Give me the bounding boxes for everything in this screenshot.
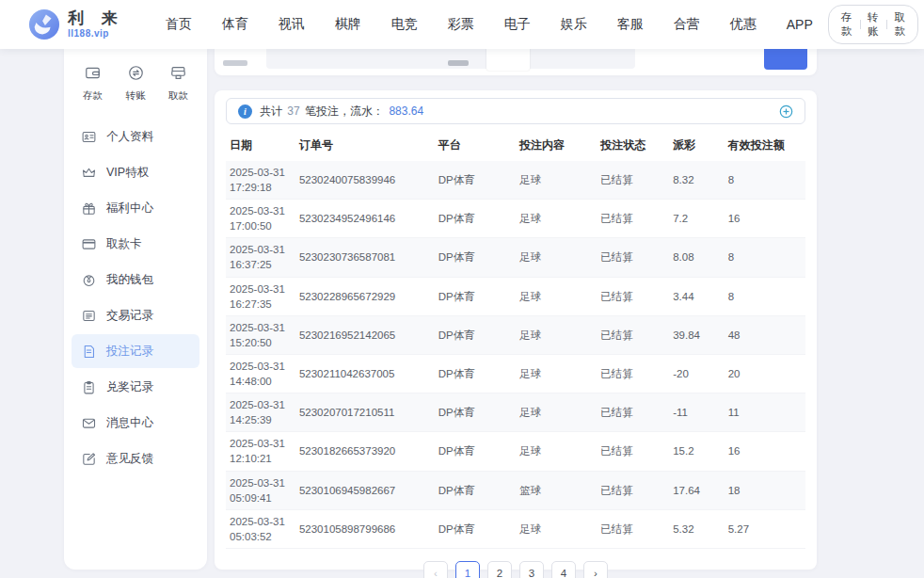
cell-date: 2025-03-31 14:25:39 xyxy=(226,393,295,432)
cell-order: 5230182665373920 xyxy=(295,432,435,471)
cell-platform: DP体育 xyxy=(435,354,516,393)
date-range-tabs[interactable] xyxy=(475,49,635,69)
pill-divider xyxy=(886,20,887,29)
nav-item[interactable]: 娱乐 xyxy=(546,16,602,33)
nav-item[interactable]: 电竞 xyxy=(376,16,433,33)
column-header: 订单号 xyxy=(295,130,435,161)
nav-item[interactable]: 客服 xyxy=(602,16,659,33)
table-row: 2025-03-31 17:00:505230234952496146DP体育足… xyxy=(226,200,805,238)
brand-logo-icon xyxy=(28,8,60,40)
cell-order: 5230211042637005 xyxy=(295,354,435,393)
nav-item[interactable]: 体育 xyxy=(207,16,263,33)
sidebar-item-label: 兑奖记录 xyxy=(106,379,153,395)
quick-action-取款[interactable]: 取款 xyxy=(168,64,188,103)
nav-item[interactable]: APP xyxy=(772,17,828,32)
cell-valid: 18 xyxy=(725,471,805,509)
cell-content: 足球 xyxy=(516,238,597,277)
sidebar-item[interactable]: VIP特权 xyxy=(72,155,199,189)
nav-item[interactable]: 电子 xyxy=(489,16,546,33)
column-header: 有效投注额 xyxy=(725,130,805,161)
table-row: 2025-03-31 12:10:215230182665373920DP体育足… xyxy=(226,432,805,471)
column-header: 派彩 xyxy=(669,130,725,161)
nav-item[interactable]: 棋牌 xyxy=(320,16,376,33)
quick-action-label: 转账 xyxy=(126,89,146,103)
sidebar-item[interactable]: 兑奖记录 xyxy=(72,370,199,404)
cell-content: 篮球 xyxy=(516,471,597,509)
table-header-row: 日期订单号平台投注内容投注状态派彩有效投注额 xyxy=(226,130,805,161)
cell-order: 5230230736587081 xyxy=(295,238,435,277)
pill-action[interactable]: 转账 xyxy=(868,10,879,39)
pagination-prev-button[interactable]: ‹ xyxy=(423,561,448,578)
cell-valid: 8 xyxy=(725,161,805,200)
sidebar-item[interactable]: 我的钱包 xyxy=(72,263,199,297)
cell-date: 2025-03-31 05:03:52 xyxy=(226,509,295,548)
cell-valid: 8 xyxy=(725,277,805,315)
cell-order: 5230106945982667 xyxy=(295,471,435,509)
nav-item[interactable]: 彩票 xyxy=(433,16,489,33)
sidebar-item[interactable]: 取款卡 xyxy=(72,227,199,261)
account-sidebar: 存款转账取款 个人资料VIP特权福利中心取款卡我的钱包交易记录投注记录兑奖记录消… xyxy=(64,49,207,570)
nav-item[interactable]: 首页 xyxy=(151,16,207,33)
quick-action-转账[interactable]: 转账 xyxy=(126,64,146,103)
cell-status: 已结算 xyxy=(597,471,669,509)
cell-date: 2025-03-31 16:37:25 xyxy=(226,238,295,277)
wallet-quick-pill: 存款转账取款 xyxy=(828,5,919,44)
pagination-next-button[interactable]: › xyxy=(583,561,608,578)
info-icon: i xyxy=(238,104,252,119)
pill-action[interactable]: 存款 xyxy=(841,10,852,39)
cell-status: 已结算 xyxy=(597,200,669,238)
table-body: 2025-03-31 17:29:185230240075839946DP体育足… xyxy=(226,161,805,548)
main-column: i 共计 37 笔投注，流水： 883.64 日期订单号 xyxy=(215,49,817,570)
sidebar-item[interactable]: 消息中心 xyxy=(72,406,199,440)
brand-logo[interactable]: 利 来 ll188.vip xyxy=(28,8,124,40)
pagination-page-4[interactable]: 4 xyxy=(551,561,576,578)
cell-order: 5230234952496146 xyxy=(295,200,435,238)
cell-platform: DP体育 xyxy=(435,277,516,315)
cell-order: 5230216952142065 xyxy=(295,315,435,354)
cell-status: 已结算 xyxy=(597,315,669,354)
main-nav: 首页体育视讯棋牌电竞彩票电子娱乐客服合营优惠APP xyxy=(151,16,828,33)
sidebar-item[interactable]: 投注记录 xyxy=(72,334,199,368)
page-content: 存款转账取款 个人资料VIP特权福利中心取款卡我的钱包交易记录投注记录兑奖记录消… xyxy=(0,49,924,578)
nav-item[interactable]: 合营 xyxy=(659,16,715,33)
cell-content: 足球 xyxy=(516,354,597,393)
nav-item[interactable]: 优惠 xyxy=(715,16,772,33)
bet-record-icon xyxy=(81,344,97,360)
nav-item[interactable]: 视讯 xyxy=(263,16,320,33)
id-card-icon xyxy=(81,129,97,145)
sidebar-item-label: VIP特权 xyxy=(106,165,149,181)
cell-payout: 3.44 xyxy=(669,277,725,315)
cell-platform: DP体育 xyxy=(435,509,516,548)
bet-records-table: 日期订单号平台投注内容投注状态派彩有效投注额 2025-03-31 17:29:… xyxy=(226,130,805,549)
cell-platform: DP体育 xyxy=(435,471,516,509)
expand-circle-plus-icon[interactable] xyxy=(779,104,793,119)
sidebar-item-label: 消息中心 xyxy=(106,415,153,431)
pill-action[interactable]: 取款 xyxy=(894,10,905,39)
search-button[interactable] xyxy=(764,49,807,70)
cell-status: 已结算 xyxy=(597,161,669,200)
pagination-page-1[interactable]: 1 xyxy=(455,561,480,578)
feedback-icon xyxy=(81,451,97,467)
cell-status: 已结算 xyxy=(597,277,669,315)
sidebar-item[interactable]: 福利中心 xyxy=(72,191,199,225)
cell-date: 2025-03-31 16:27:35 xyxy=(226,277,295,315)
pagination-page-2[interactable]: 2 xyxy=(487,561,512,578)
quick-action-存款[interactable]: 存款 xyxy=(83,64,103,103)
sidebar-item[interactable]: 个人资料 xyxy=(72,120,199,153)
cell-content: 足球 xyxy=(516,200,597,238)
table-row: 2025-03-31 14:25:395230207017210511DP体育足… xyxy=(226,393,805,432)
cell-content: 足球 xyxy=(516,315,597,354)
date-range-active-tab[interactable] xyxy=(486,49,530,71)
sidebar-quick-actions: 存款转账取款 xyxy=(64,60,207,110)
bet-count: 37 xyxy=(287,104,299,118)
cell-valid: 48 xyxy=(725,315,805,354)
sidebar-item[interactable]: 交易记录 xyxy=(72,298,199,332)
cell-date: 2025-03-31 14:48:00 xyxy=(226,354,295,393)
cell-payout: 15.2 xyxy=(669,432,725,471)
filter-secondary-label xyxy=(448,60,469,66)
sidebar-item[interactable]: 意见反馈 xyxy=(72,442,199,475)
cell-date: 2025-03-31 17:00:50 xyxy=(226,200,295,238)
column-header: 平台 xyxy=(435,130,516,161)
cell-content: 足球 xyxy=(516,432,597,471)
pagination-page-3[interactable]: 3 xyxy=(519,561,544,578)
